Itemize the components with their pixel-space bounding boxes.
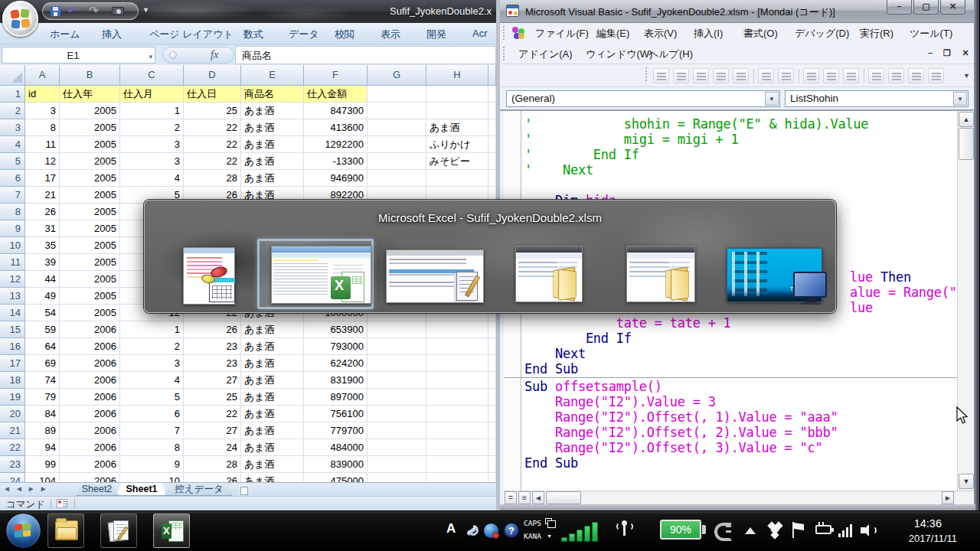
cell-A2[interactable]: 3 [25, 103, 60, 119]
cell-A3[interactable]: 8 [25, 119, 60, 136]
code-line-18[interactable]: Sub offsetsample() [504, 379, 957, 394]
kana-label[interactable]: KANA [524, 532, 541, 540]
cell-A14[interactable]: 54 [25, 305, 60, 321]
cell-H1[interactable] [426, 86, 488, 103]
cell-C5[interactable]: 3 [120, 153, 184, 170]
row-header-14[interactable]: 14 [0, 305, 25, 321]
cell-E18[interactable]: あま酒 [241, 372, 304, 389]
vba-menu-1[interactable]: ファイル(F) [535, 27, 589, 41]
code-vscrollbar[interactable]: ▲ ▼ [957, 111, 974, 491]
vba-menu-6[interactable]: デバッグ(D) [795, 27, 849, 41]
vbe-toolbar-icon-11[interactable] [868, 68, 884, 83]
ribbon-tab-1[interactable]: ホーム [50, 28, 80, 41]
cell-B13[interactable]: 2005 [60, 288, 120, 305]
new-sheet-tab[interactable] [236, 484, 253, 495]
taskbar-notepad-button[interactable] [100, 514, 137, 548]
cell-C24[interactable]: 10 [120, 473, 184, 482]
cell-C15[interactable]: 1 [120, 321, 184, 338]
cell-F22[interactable]: 484000 [304, 439, 368, 456]
cell-B21[interactable]: 2006 [60, 422, 120, 439]
cell-G5[interactable] [368, 153, 426, 170]
cell-D16[interactable]: 23 [184, 338, 241, 355]
vba-maximize-button[interactable]: ▢ [913, 0, 939, 15]
hscroll-thumb[interactable] [546, 491, 581, 504]
cell-E15[interactable]: あま酒 [241, 321, 304, 338]
cell-G1[interactable] [368, 86, 426, 103]
formula-bar[interactable]: 商品名 [235, 46, 496, 64]
cell-B9[interactable]: 2005 [60, 220, 120, 237]
caps-window-icon[interactable] [545, 518, 552, 524]
signal-strength-icon[interactable] [561, 520, 601, 542]
cell-C20[interactable]: 6 [120, 406, 184, 422]
code-line-5[interactable] [504, 178, 957, 193]
scroll-up-icon[interactable]: ▲ [959, 112, 974, 127]
row-header-3[interactable]: 3 [0, 119, 25, 136]
save-icon[interactable] [51, 6, 60, 16]
cell-E19[interactable]: あま酒 [241, 389, 304, 406]
cell-H2[interactable] [426, 103, 488, 119]
column-header-D[interactable]: D [184, 65, 241, 86]
mdi-minimize-icon[interactable]: – [923, 46, 938, 60]
cell-G4[interactable] [368, 136, 426, 153]
battery-status-icon[interactable] [815, 525, 831, 534]
vba-menu-3[interactable]: 表示(V) [644, 27, 677, 41]
vscroll-thumb[interactable] [959, 128, 974, 160]
cell-D18[interactable]: 27 [184, 372, 241, 389]
code-line-1[interactable]: ' shohin = Range("E" & hida).Value [504, 116, 957, 132]
cell-D22[interactable]: 24 [184, 439, 241, 456]
toolbar-options-icon[interactable]: ▼ [963, 72, 970, 80]
sheet-tab-控えデータ[interactable]: 控えデータ [166, 483, 232, 496]
ribbon-tab-9[interactable]: Acr [472, 28, 488, 39]
cell-A12[interactable]: 44 [25, 271, 60, 288]
vba-menu-8[interactable]: ツール(T) [910, 27, 952, 41]
cell-A9[interactable]: 31 [25, 220, 60, 237]
cell-C18[interactable]: 4 [120, 372, 184, 389]
cell-B23[interactable]: 2006 [60, 456, 120, 473]
row-header-23[interactable]: 23 [0, 456, 25, 473]
code-line-15[interactable]: End If [504, 331, 957, 346]
ribbon-tab-6[interactable]: 校閲 [335, 28, 354, 41]
show-hidden-icons-button[interactable] [745, 527, 756, 534]
cell-G22[interactable] [368, 439, 426, 456]
code-line-23[interactable]: End Sub [504, 455, 957, 471]
row-header-16[interactable]: 16 [0, 338, 25, 355]
taskbar-excel-button[interactable] [153, 514, 190, 548]
object-combo[interactable]: (General) ▼ [506, 90, 780, 107]
cell-A19[interactable]: 79 [25, 389, 60, 406]
row-header-21[interactable]: 21 [0, 422, 25, 439]
row-header-11[interactable]: 11 [0, 254, 25, 271]
vba-menu-7[interactable]: 実行(R) [860, 27, 893, 41]
row-header-24[interactable]: 24 [0, 473, 25, 482]
cell-H6[interactable] [426, 170, 488, 187]
clock-date[interactable]: 2017/11/11 [880, 533, 957, 544]
row-header-12[interactable]: 12 [0, 271, 25, 288]
scroll-right-icon[interactable]: ► [942, 491, 954, 504]
mdi-restore-icon[interactable]: ❐ [939, 46, 955, 60]
ribbon-tab-4[interactable]: 数式 [243, 28, 263, 41]
ime-language-icon[interactable] [484, 523, 498, 538]
cell-B2[interactable]: 2005 [60, 103, 120, 119]
column-header-H[interactable]: H [426, 65, 488, 86]
cell-G6[interactable] [368, 170, 426, 187]
cell-E6[interactable]: あま酒 [241, 170, 304, 187]
code-line-21[interactable]: Range("I2").Offset(, 2).Value = "bbb" [504, 425, 957, 440]
cell-F15[interactable]: 653900 [304, 321, 368, 338]
cell-B3[interactable]: 2005 [60, 119, 120, 136]
cell-D24[interactable]: 26 [184, 473, 241, 482]
cell-B5[interactable]: 2005 [60, 153, 120, 170]
cell-E16[interactable]: あま酒 [241, 338, 304, 355]
cell-A23[interactable]: 99 [25, 456, 60, 473]
vba-menu2-1[interactable]: アドイン(A) [518, 47, 573, 61]
redo-icon[interactable]: ↷ [89, 4, 99, 18]
cell-A18[interactable]: 74 [25, 372, 60, 389]
vba-menu-5[interactable]: 書式(O) [743, 27, 778, 41]
row-header-6[interactable]: 6 [0, 170, 25, 187]
kana-dropdown-icon[interactable]: ▼ [547, 533, 552, 539]
cell-C4[interactable]: 3 [120, 136, 184, 153]
cell-A8[interactable]: 26 [25, 204, 60, 220]
vba-menu2-2[interactable]: ウィンドウ(W) [586, 47, 652, 61]
cell-H18[interactable] [426, 372, 488, 389]
row-header-19[interactable]: 19 [0, 389, 25, 406]
cell-G15[interactable] [368, 321, 426, 338]
cell-B4[interactable]: 2005 [60, 136, 120, 153]
